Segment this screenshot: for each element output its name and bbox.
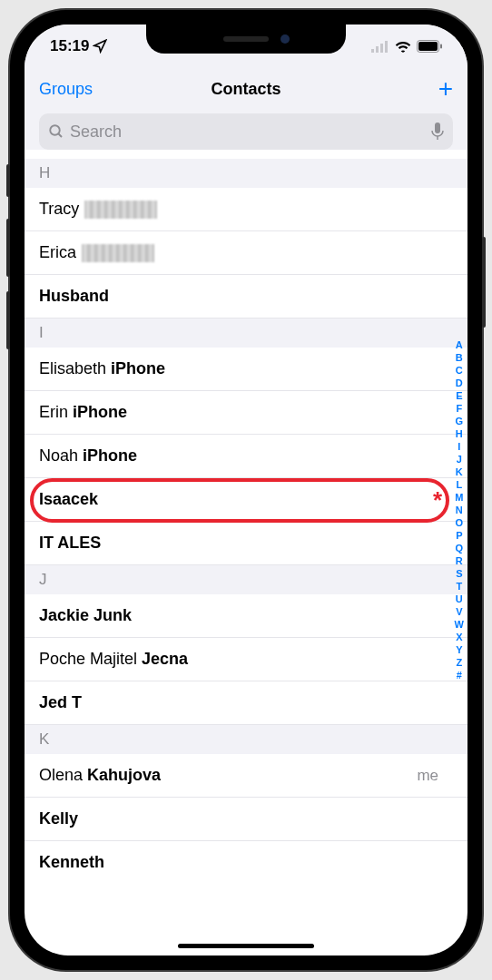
contact-row[interactable]: Husband: [25, 275, 467, 318]
section-header: K: [25, 725, 467, 754]
index-letter[interactable]: B: [456, 351, 463, 364]
location-icon: [93, 39, 107, 54]
page-title: Contacts: [211, 80, 280, 99]
svg-rect-0: [371, 49, 374, 53]
nav-bar: Groups Contacts +: [25, 68, 467, 110]
index-letter[interactable]: O: [456, 516, 464, 529]
index-letter[interactable]: V: [456, 605, 462, 618]
status-time: 15:19: [50, 37, 89, 55]
search-input[interactable]: [70, 122, 426, 142]
svg-rect-1: [376, 46, 379, 53]
home-indicator[interactable]: [178, 944, 314, 948]
front-camera: [280, 34, 290, 44]
svg-line-8: [58, 133, 62, 137]
redacted-surname: [82, 244, 154, 262]
index-letter[interactable]: X: [456, 631, 462, 643]
index-letter[interactable]: W: [455, 618, 464, 631]
index-letter[interactable]: U: [456, 593, 463, 605]
contacts-list[interactable]: HTracy Erica HusbandIElisabeth iPhoneEri…: [25, 159, 467, 884]
index-letter[interactable]: Z: [456, 656, 462, 669]
index-letter[interactable]: #: [457, 669, 462, 681]
asterisk-icon: *: [433, 485, 442, 514]
section-header: H: [25, 159, 467, 188]
search-bar[interactable]: [39, 113, 453, 150]
contact-row[interactable]: Kelly: [25, 798, 467, 841]
index-letter[interactable]: F: [456, 402, 462, 415]
contact-row[interactable]: Tracy: [25, 188, 467, 231]
contact-row[interactable]: Olena Kahujovame: [25, 754, 467, 798]
me-label: me: [417, 767, 438, 785]
contact-row[interactable]: Poche Majitel Jecna: [25, 638, 467, 681]
alphabet-index[interactable]: ABCDEFGHIJKLMNOPQRSTUVWXYZ#: [455, 338, 464, 681]
volume-up-button: [6, 219, 10, 277]
index-letter[interactable]: I: [458, 440, 460, 453]
add-contact-button[interactable]: +: [438, 74, 453, 103]
wifi-icon: [395, 40, 411, 53]
cellular-icon: [371, 40, 389, 53]
index-letter[interactable]: L: [456, 478, 462, 491]
index-letter[interactable]: H: [456, 427, 463, 440]
svg-rect-5: [418, 42, 438, 51]
index-letter[interactable]: A: [456, 338, 463, 351]
redacted-surname: [84, 201, 157, 219]
index-letter[interactable]: P: [456, 529, 462, 542]
section-header: I: [25, 318, 467, 348]
index-letter[interactable]: S: [456, 567, 462, 580]
index-letter[interactable]: T: [456, 580, 462, 593]
speaker: [223, 36, 269, 42]
svg-rect-9: [435, 122, 440, 133]
index-letter[interactable]: Q: [456, 542, 464, 554]
svg-rect-2: [380, 44, 383, 53]
index-letter[interactable]: M: [455, 491, 463, 504]
svg-rect-6: [440, 44, 442, 49]
search-icon: [48, 123, 64, 140]
phone-frame: 15:19 Groups Contacts + HTracy: [10, 10, 482, 970]
screen: 15:19 Groups Contacts + HTracy: [25, 24, 467, 956]
contact-row[interactable]: Kenneth: [25, 841, 467, 884]
svg-point-7: [50, 125, 60, 135]
notch: [146, 24, 346, 54]
mic-icon[interactable]: [431, 122, 444, 141]
svg-rect-3: [385, 41, 388, 53]
contact-row[interactable]: Erica: [25, 231, 467, 275]
index-letter[interactable]: N: [456, 504, 463, 516]
volume-down-button: [6, 291, 10, 349]
index-letter[interactable]: Y: [456, 643, 462, 656]
index-letter[interactable]: G: [456, 415, 464, 427]
index-letter[interactable]: C: [456, 364, 463, 377]
section-header: J: [25, 565, 467, 594]
contact-row[interactable]: Jed T: [25, 681, 467, 725]
groups-button[interactable]: Groups: [39, 80, 93, 99]
index-letter[interactable]: R: [456, 554, 463, 567]
power-button: [482, 237, 486, 328]
index-letter[interactable]: D: [456, 377, 463, 389]
index-letter[interactable]: J: [457, 453, 462, 466]
contact-row[interactable]: Elisabeth iPhone: [25, 348, 467, 391]
contact-row[interactable]: Isaacek*: [25, 478, 467, 522]
battery-icon: [417, 40, 442, 53]
contact-row[interactable]: IT ALES: [25, 522, 467, 565]
mute-switch: [6, 164, 10, 197]
index-letter[interactable]: E: [456, 389, 462, 402]
contact-row[interactable]: Jackie Junk: [25, 594, 467, 638]
contact-row[interactable]: Noah iPhone: [25, 435, 467, 478]
contact-row[interactable]: Erin iPhone: [25, 391, 467, 435]
index-letter[interactable]: K: [456, 466, 463, 478]
